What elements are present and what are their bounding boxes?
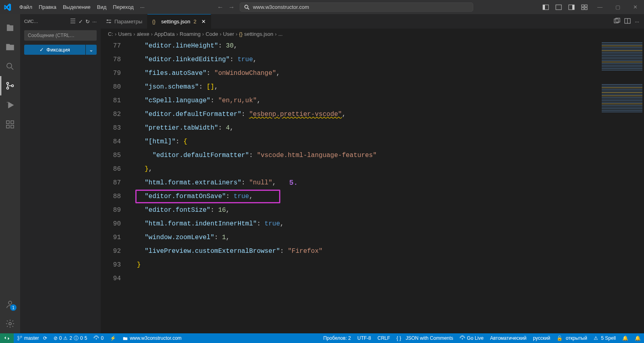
tab-modified-badge: 2 — [194, 19, 197, 25]
split-editor-icon[interactable] — [624, 18, 631, 25]
layout-grid-icon[interactable] — [581, 4, 588, 10]
settings-icon — [106, 18, 112, 25]
commit-message-input[interactable]: Сообщение (CTRL… — [24, 30, 97, 41]
activity-extensions[interactable] — [0, 115, 20, 134]
status-spaces[interactable]: Пробелов: 2 — [320, 333, 354, 343]
breadcrumb-segment[interactable]: alexe — [137, 31, 149, 37]
code-line-85[interactable]: "editor.defaultFormatter": "vscode.html-… — [129, 149, 600, 162]
code-line-79[interactable]: "files.autoSave": "onWindowChange", — [129, 66, 600, 80]
menu-Переход[interactable]: Переход — [110, 2, 137, 12]
open-changes-icon[interactable] — [614, 18, 620, 25]
commit-button-label: Фиксация — [46, 47, 70, 53]
status-trust[interactable]: 🔓 открытый — [553, 333, 590, 343]
layout-bottom-icon[interactable] — [555, 4, 562, 10]
code-line-78[interactable]: "editor.linkedEditing": true, — [129, 53, 600, 66]
activity-source-control[interactable] — [0, 76, 20, 95]
status-encoding[interactable]: UTF-8 — [354, 333, 374, 343]
status-keyboard[interactable]: русский — [530, 333, 553, 343]
breadcrumb-segment[interactable]: C: — [108, 31, 113, 37]
window-minimize[interactable]: — — [594, 4, 606, 10]
status-ports[interactable]: 0 — [90, 333, 107, 343]
nav-back-icon[interactable]: ← — [217, 4, 224, 11]
status-problems[interactable]: ⊘0 ⚠2 ⓘ0 5 — [50, 333, 91, 343]
activity-folder[interactable] — [0, 37, 20, 57]
tab-close-icon[interactable]: ✕ — [201, 19, 206, 25]
command-center[interactable]: www.w3constructor.com — [240, 2, 473, 12]
status-formatter[interactable]: Автоматический — [487, 333, 530, 343]
code-line-80[interactable]: "json.schemas": [], — [129, 80, 600, 94]
code-content[interactable]: "editor.lineHeight": 30, "editor.linkedE… — [129, 39, 600, 333]
more-icon[interactable]: ··· — [92, 19, 97, 25]
breadcrumb-segment[interactable]: Users — [118, 31, 132, 37]
layout-left-icon[interactable] — [543, 4, 549, 10]
window-close[interactable]: ✕ — [630, 4, 641, 10]
code-line-82[interactable]: "editor.defaultFormatter": "esbenp.prett… — [129, 107, 600, 121]
commit-dropdown[interactable]: ⌄ — [85, 45, 97, 55]
status-live-server[interactable]: ⚡ — [107, 333, 119, 343]
code-line-92[interactable]: "livePreview.customExternalBrowser": "Fi… — [129, 244, 600, 258]
svg-point-13 — [7, 102, 8, 103]
code-line-89[interactable]: "editor.fontSize": 16, — [129, 203, 600, 217]
code-line-77[interactable]: "editor.lineHeight": 30, — [129, 39, 600, 53]
activity-accounts[interactable]: 1 — [0, 295, 20, 314]
menu-Файл[interactable]: Файл — [16, 2, 35, 12]
menu-···[interactable]: ··· — [137, 2, 148, 12]
code-line-93[interactable]: } — [129, 258, 600, 272]
statusbar: master⟳ ⊘0 ⚠2 ⓘ0 5 0 ⚡ www.w3constructor… — [0, 333, 644, 343]
editor-body[interactable]: 777879808182838485868788899091929394 "ed… — [101, 39, 644, 333]
status-notifications2[interactable]: 🔔 — [632, 333, 644, 343]
svg-point-20 — [107, 20, 108, 21]
status-language[interactable]: { } JSON with Comments — [393, 333, 457, 343]
breadcrumb-segment[interactable]: settings.json — [244, 31, 273, 37]
status-spell[interactable]: ⚠ 5 Spell — [590, 333, 619, 343]
tab-settings-json[interactable]: {} settings.json 2 ✕ — [147, 14, 211, 29]
code-line-83[interactable]: "prettier.tabWidth": 4, — [129, 121, 600, 135]
check-all-icon[interactable]: ✓ — [79, 19, 83, 25]
window-maximize[interactable]: ▢ — [612, 4, 623, 10]
activity-explorer[interactable] — [0, 18, 20, 37]
more-actions-icon[interactable]: ··· — [635, 19, 639, 25]
activity-debug[interactable] — [0, 95, 20, 115]
svg-point-9 — [7, 63, 12, 68]
code-line-86[interactable]: }, — [129, 162, 600, 176]
menu-Правка[interactable]: Правка — [35, 2, 60, 12]
status-url[interactable]: www.w3constructor.com — [119, 333, 185, 343]
breadcrumb-segment[interactable]: Roaming — [180, 31, 201, 37]
svg-rect-7 — [582, 8, 584, 10]
commit-button[interactable]: ✓ Фиксация — [24, 45, 85, 55]
breadcrumb-segment[interactable]: User — [223, 31, 234, 37]
breadcrumb-segment[interactable]: AppData — [154, 31, 175, 37]
status-branch[interactable]: master⟳ — [14, 333, 50, 343]
minimap[interactable] — [600, 39, 644, 333]
refresh-icon[interactable]: ↻ — [85, 19, 90, 25]
code-line-87[interactable]: "html.format.extraLiners": "null",5. — [129, 176, 600, 190]
nav-forward-icon[interactable]: → — [228, 4, 235, 11]
menu-Выделение[interactable]: Выделение — [60, 2, 94, 12]
code-line-90[interactable]: "html.format.indentInnerHtml": true, — [129, 217, 600, 231]
activity-search[interactable] — [0, 57, 20, 76]
menu-Вид[interactable]: Вид — [94, 2, 110, 12]
status-notifications[interactable]: 🔔 — [619, 333, 632, 343]
tab-parameters[interactable]: Параметры — [101, 14, 147, 29]
activity-settings[interactable] — [0, 314, 20, 333]
svg-point-10 — [7, 83, 9, 85]
code-line-91[interactable]: "window.zoomLevel": 1, — [129, 231, 600, 244]
code-line-88[interactable]: "editor.formatOnSave": true, — [129, 190, 600, 203]
json-icon: {} — [152, 19, 159, 25]
breadcrumb-segment[interactable]: Code — [205, 31, 218, 37]
code-line-84[interactable]: "[html]": { — [129, 135, 600, 149]
svg-rect-15 — [6, 125, 9, 128]
vscode-logo-icon — [3, 3, 11, 11]
accounts-badge: 1 — [10, 304, 17, 311]
breadcrumb-segment[interactable]: ... — [278, 31, 283, 37]
status-remote[interactable] — [0, 333, 14, 343]
status-eol[interactable]: CRLF — [374, 333, 393, 343]
svg-point-19 — [9, 322, 11, 325]
svg-rect-6 — [585, 5, 587, 7]
layout-right-icon[interactable] — [568, 4, 575, 10]
code-line-81[interactable]: "cSpell.language": "en,ru,uk", — [129, 94, 600, 107]
tab-label: Параметры — [114, 19, 142, 25]
breadcrumb[interactable]: C: › Users › alexe › AppData › Roaming ›… — [101, 29, 644, 39]
view-tree-icon[interactable] — [70, 18, 76, 25]
status-golive[interactable]: Go Live — [456, 333, 487, 343]
